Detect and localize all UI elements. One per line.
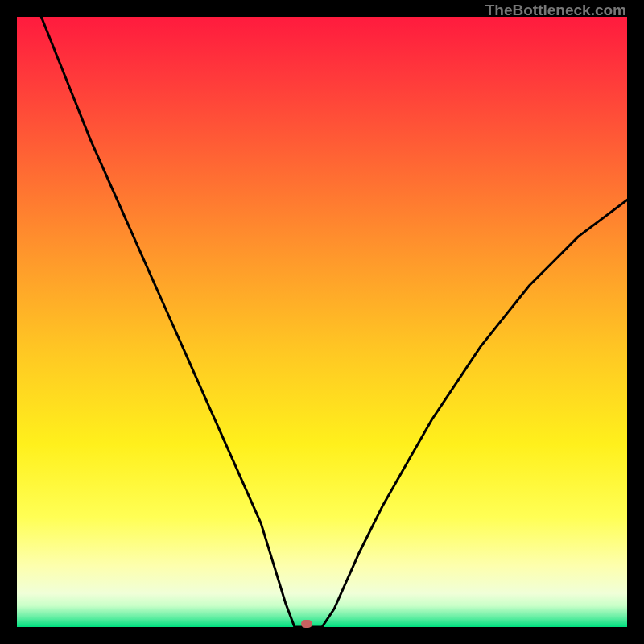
bottleneck-curve	[17, 17, 627, 627]
watermark-text: TheBottleneck.com	[485, 2, 626, 19]
plot-area	[17, 17, 627, 627]
chart-frame: TheBottleneck.com	[0, 0, 644, 644]
optimum-marker	[301, 620, 312, 628]
